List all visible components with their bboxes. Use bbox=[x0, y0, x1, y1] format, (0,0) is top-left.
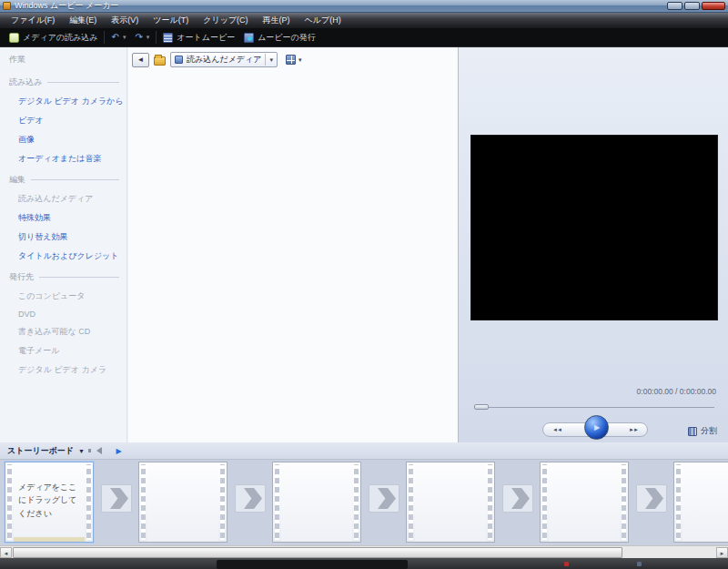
scroll-left-button[interactable]: ◄ bbox=[0, 547, 12, 558]
task-import-videos[interactable]: ビデオ bbox=[18, 115, 119, 127]
tray-icon[interactable] bbox=[637, 562, 642, 566]
menu-view[interactable]: 表示(V) bbox=[104, 15, 146, 26]
previous-frame-button[interactable]: ◄◄ bbox=[552, 427, 561, 432]
dropdown-divider bbox=[265, 54, 266, 66]
scrollbar-thumb[interactable] bbox=[13, 547, 622, 558]
publish-movie-icon bbox=[244, 33, 254, 43]
media-collection-icon bbox=[175, 56, 183, 64]
menu-edit[interactable]: 編集(E) bbox=[62, 15, 104, 26]
maximize-button[interactable] bbox=[684, 2, 700, 10]
task-publish-camera[interactable]: デジタル ビデオ カメラ bbox=[18, 364, 119, 376]
publish-movie-button[interactable]: ムービーの発行 bbox=[239, 32, 320, 44]
task-import-audio[interactable]: オーディオまたは音楽 bbox=[18, 153, 119, 165]
section-header-import: 読み込み bbox=[9, 76, 119, 88]
tasks-pane: 作業 読み込み デジタル ビデオ カメラから ビデオ 画像 オーディオまたは音楽… bbox=[0, 47, 127, 442]
undo-icon: ↶ bbox=[111, 33, 118, 42]
toolbar-separator bbox=[156, 31, 157, 44]
transition-slot[interactable] bbox=[235, 484, 266, 513]
section-header-publish: 発行先 bbox=[9, 271, 119, 283]
storyboard-header: ストーリーボード ▼ ▶ bbox=[0, 442, 728, 460]
app-icon bbox=[3, 2, 11, 10]
storyboard-cell-3[interactable] bbox=[272, 462, 361, 543]
storyboard-cell-2[interactable] bbox=[138, 462, 228, 543]
filmstrip-holes bbox=[541, 462, 549, 542]
menu-clip[interactable]: クリップ(C) bbox=[196, 15, 255, 26]
task-import-pictures[interactable]: 画像 bbox=[18, 134, 119, 146]
storyboard-scrollbar[interactable]: ◄ ► bbox=[0, 545, 728, 558]
undo-dropdown-icon[interactable]: ▾ bbox=[123, 34, 126, 41]
task-publish-computer[interactable]: このコンピュータ bbox=[18, 290, 119, 302]
chevron-down-icon[interactable]: ▼ bbox=[78, 448, 85, 454]
back-icon: ◄ bbox=[137, 56, 145, 64]
filmstrip-holes bbox=[620, 462, 628, 542]
transition-slot[interactable] bbox=[636, 484, 667, 513]
next-frame-button[interactable]: ►► bbox=[629, 427, 638, 432]
section-divider bbox=[39, 277, 119, 278]
views-dropdown[interactable]: ▾ bbox=[286, 55, 302, 65]
filmstrip-holes bbox=[273, 462, 281, 542]
filmstrip-holes bbox=[85, 462, 93, 542]
filmstrip-holes bbox=[139, 462, 147, 542]
task-publish-cd[interactable]: 書き込み可能な CD bbox=[18, 326, 119, 338]
storyboard-cell-1[interactable]: メディアをここにドラッグしてください bbox=[5, 462, 94, 543]
video-preview bbox=[470, 135, 718, 320]
views-grid-icon bbox=[286, 55, 296, 65]
location-label: 読み込んだメディア bbox=[187, 54, 261, 66]
import-media-button[interactable]: メディアの読み込み bbox=[5, 32, 102, 44]
split-button[interactable]: 分割 bbox=[688, 425, 717, 437]
taskbar-strip bbox=[0, 558, 728, 569]
transition-slot[interactable] bbox=[101, 484, 132, 513]
filmstrip-holes bbox=[407, 462, 415, 542]
filmstrip-holes bbox=[218, 462, 227, 542]
menu-help[interactable]: ヘルプ(H) bbox=[298, 15, 349, 26]
redo-button[interactable]: ↷ ▾ bbox=[130, 33, 154, 42]
task-imported-media[interactable]: 読み込んだメディア bbox=[18, 193, 119, 205]
seek-bar[interactable] bbox=[474, 407, 714, 408]
preview-pane: 0:00:00.00 / 0:00:00.00 ◄◄ ►► ▶ 分割 bbox=[458, 47, 728, 442]
location-dropdown[interactable]: 読み込んだメディア ▾ bbox=[170, 52, 278, 67]
split-icon bbox=[688, 427, 697, 436]
speaker-icon bbox=[96, 447, 102, 454]
folder-icon[interactable] bbox=[154, 56, 166, 66]
storyboard-cell-4[interactable] bbox=[406, 462, 495, 543]
automovie-button[interactable]: オートムービー bbox=[158, 32, 239, 44]
back-button[interactable]: ◄ bbox=[132, 53, 149, 67]
storyboard-cell-6[interactable] bbox=[673, 462, 728, 543]
taskbar-window-button[interactable] bbox=[217, 560, 408, 569]
menu-bar: ファイル(F) 編集(E) 表示(V) ツール(T) クリップ(C) 再生(P)… bbox=[0, 13, 728, 28]
filmstrip-holes bbox=[5, 462, 14, 542]
menu-play[interactable]: 再生(P) bbox=[256, 15, 298, 26]
tasks-pane-title: 作業 bbox=[9, 54, 119, 66]
task-titles-credits[interactable]: タイトルおよびクレジット bbox=[18, 250, 119, 262]
contents-pane: ◄ 読み込んだメディア ▾ ▾ bbox=[128, 47, 458, 442]
close-button[interactable] bbox=[702, 2, 725, 10]
storyboard-cell-5[interactable] bbox=[540, 462, 629, 543]
speaker-button[interactable] bbox=[93, 445, 105, 456]
window-title: Windows ムービー メーカー bbox=[15, 0, 667, 12]
filmstrip-holes bbox=[352, 462, 360, 542]
task-publish-email[interactable]: 電子メール bbox=[18, 345, 119, 357]
menu-file[interactable]: ファイル(F) bbox=[4, 15, 62, 26]
undo-button[interactable]: ↶ ▾ bbox=[106, 33, 130, 42]
transition-slot[interactable] bbox=[369, 484, 399, 513]
section-header-edit: 編集 bbox=[9, 174, 119, 186]
task-effects[interactable]: 特殊効果 bbox=[18, 212, 119, 224]
play-button[interactable]: ▶ bbox=[584, 415, 609, 440]
task-transitions[interactable]: 切り替え効果 bbox=[18, 231, 119, 243]
scroll-right-button[interactable]: ► bbox=[716, 547, 728, 558]
contents-toolbar: ◄ 読み込んだメディア ▾ ▾ bbox=[132, 52, 302, 67]
media-dropzone[interactable]: メディアをここにドラッグしてください bbox=[14, 462, 85, 542]
menu-tools[interactable]: ツール(T) bbox=[146, 15, 196, 26]
section-divider bbox=[47, 82, 119, 83]
minimize-button[interactable] bbox=[667, 2, 682, 10]
play-storyboard-button[interactable]: ▶ bbox=[113, 445, 125, 456]
task-publish-dvd[interactable]: DVD bbox=[18, 310, 119, 319]
storyboard-view-dropdown[interactable]: ストーリーボード bbox=[7, 445, 74, 457]
chevron-down-icon: ▾ bbox=[298, 56, 302, 64]
transition-slot[interactable] bbox=[502, 484, 533, 513]
filmstrip-holes bbox=[674, 462, 682, 542]
tray-icon[interactable] bbox=[564, 562, 569, 566]
seek-handle[interactable] bbox=[474, 404, 489, 410]
redo-dropdown-icon[interactable]: ▾ bbox=[147, 34, 150, 41]
task-import-from-camera[interactable]: デジタル ビデオ カメラから bbox=[18, 96, 119, 107]
